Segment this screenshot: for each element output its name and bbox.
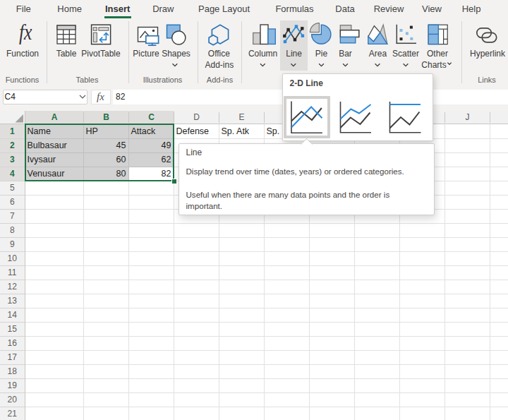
svg-text:fx: fx xyxy=(19,19,32,44)
